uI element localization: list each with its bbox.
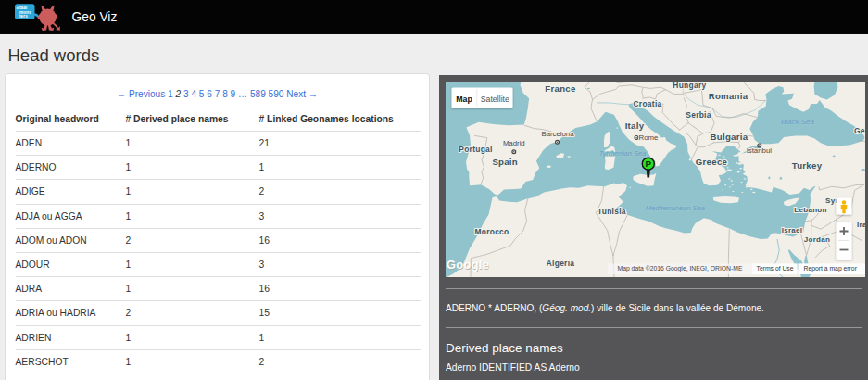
svg-text:P: P	[646, 158, 652, 169]
svg-text:Tunisia: Tunisia	[598, 207, 626, 216]
svg-text:Istanbul: Istanbul	[747, 146, 773, 155]
svg-text:Romania: Romania	[709, 90, 748, 100]
svg-text:Barcelona: Barcelona	[541, 129, 574, 137]
svg-text:Map data ©2016 Google, INEGI,: Map data ©2016 Google, INEGI, ORION-ME	[618, 265, 743, 272]
svg-text:Jordan: Jordan	[804, 234, 830, 243]
svg-text:Black Sea: Black Sea	[781, 117, 815, 125]
svg-text:Portugal: Portugal	[459, 144, 492, 153]
svg-text:Google: Google	[447, 258, 489, 272]
svg-text:Lebanon: Lebanon	[794, 205, 826, 213]
svg-text:France: France	[545, 82, 575, 93]
svg-text:Mediterranean Sea: Mediterranean Sea	[646, 204, 705, 212]
svg-text:Madrid: Madrid	[503, 139, 525, 147]
svg-text:Turkey: Turkey	[792, 160, 823, 171]
svg-text:Algeria: Algeria	[547, 259, 575, 268]
svg-text:Satellite: Satellite	[481, 94, 509, 103]
svg-text:Map: Map	[456, 94, 472, 103]
svg-text:Croatia: Croatia	[634, 99, 662, 108]
svg-text:Morocco: Morocco	[475, 226, 509, 235]
svg-text:Italy: Italy	[625, 120, 645, 131]
svg-text:Report a map error: Report a map error	[804, 265, 858, 272]
svg-text:Tyrrhenian Sea: Tyrrhenian Sea	[599, 149, 647, 158]
svg-text:Hungary: Hungary	[673, 82, 706, 90]
svg-text:Greece: Greece	[696, 156, 727, 166]
svg-text:Iraq: Iraq	[857, 221, 865, 229]
svg-text:Spain: Spain	[492, 156, 518, 166]
svg-text:Serbia: Serbia	[686, 109, 711, 119]
svg-text:Bulgaria: Bulgaria	[711, 131, 748, 141]
svg-text:Terms of Use: Terms of Use	[757, 265, 794, 272]
svg-text:Rome: Rome	[639, 133, 659, 142]
svg-text:Israel: Israel	[782, 226, 803, 234]
svg-text:ters: ters	[19, 14, 28, 19]
svg-text:Geo: Geo	[854, 125, 865, 134]
